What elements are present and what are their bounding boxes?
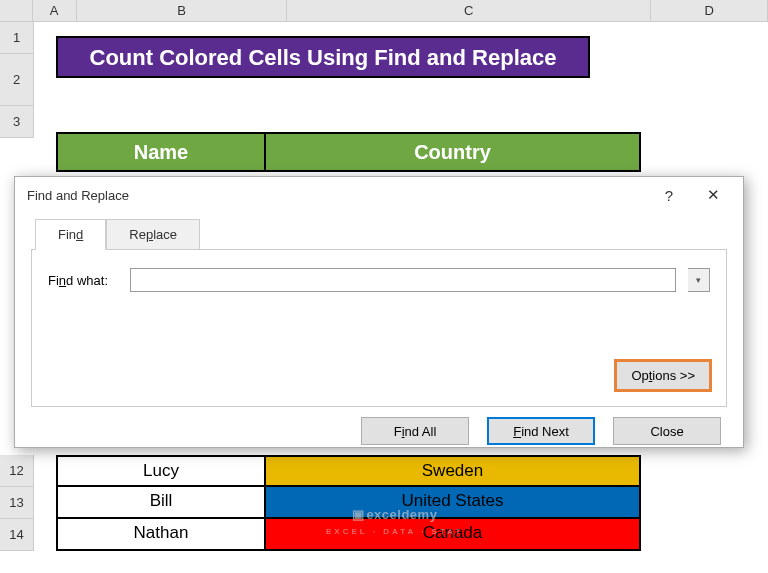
watermark-icon: ▣ (352, 507, 365, 522)
chevron-down-icon: ▾ (696, 275, 701, 285)
tab-find[interactable]: Find (35, 219, 106, 250)
header-country[interactable]: Country (266, 132, 641, 172)
dialog-titlebar[interactable]: Find and Replace ? ✕ (15, 177, 743, 213)
column-headers: A B C D (0, 0, 768, 22)
cell-country[interactable]: Sweden (266, 455, 641, 487)
help-icon[interactable]: ? (647, 180, 691, 210)
find-what-input[interactable] (130, 268, 676, 292)
row-header-12[interactable]: 12 (0, 455, 34, 487)
header-name[interactable]: Name (56, 132, 266, 172)
find-what-row: Find what: ▾ (48, 268, 710, 292)
row-header-3[interactable]: 3 (0, 106, 34, 138)
spreadsheet: A B C D 1 2 3 12 13 14 Count Colored Cel… (0, 0, 768, 22)
col-header-d[interactable]: D (651, 0, 768, 21)
table-header-row: Name Country (56, 132, 641, 172)
close-button[interactable]: Close (613, 417, 721, 445)
page-title: Count Colored Cells Using Find and Repla… (56, 36, 590, 78)
row-header-13[interactable]: 13 (0, 487, 34, 519)
row-header-1[interactable]: 1 (0, 22, 34, 54)
find-next-button[interactable]: Find Next (487, 417, 595, 445)
watermark-tag: EXCEL · DATA · STAT (326, 527, 463, 536)
row-header-14[interactable]: 14 (0, 519, 34, 551)
dialog-buttons: Find All Find Next Close (15, 407, 743, 455)
dialog-title: Find and Replace (27, 188, 647, 203)
options-button[interactable]: Options >> (614, 359, 712, 392)
find-what-label: Find what: (48, 273, 118, 288)
cell-name[interactable]: Nathan (56, 519, 266, 551)
find-replace-dialog: Find and Replace ? ✕ Find Replace Find w… (14, 176, 744, 448)
watermark-brand: exceldemy (366, 507, 437, 522)
find-all-button[interactable]: Find All (361, 417, 469, 445)
close-icon[interactable]: ✕ (691, 180, 735, 210)
watermark: ▣exceldemy EXCEL · DATA · STAT (326, 507, 463, 537)
tab-panel: Find what: ▾ Options >> (31, 249, 727, 407)
find-history-dropdown[interactable]: ▾ (688, 268, 710, 292)
col-header-a[interactable]: A (33, 0, 77, 21)
select-all-corner[interactable] (0, 0, 33, 21)
cell-name[interactable]: Bill (56, 487, 266, 519)
dialog-tabs: Find Replace (35, 219, 743, 250)
row-header-2[interactable]: 2 (0, 54, 34, 106)
cell-name[interactable]: Lucy (56, 455, 266, 487)
col-header-c[interactable]: C (287, 0, 651, 21)
tab-replace[interactable]: Replace (106, 219, 200, 250)
col-header-b[interactable]: B (77, 0, 288, 21)
table-row: Lucy Sweden (56, 455, 641, 487)
